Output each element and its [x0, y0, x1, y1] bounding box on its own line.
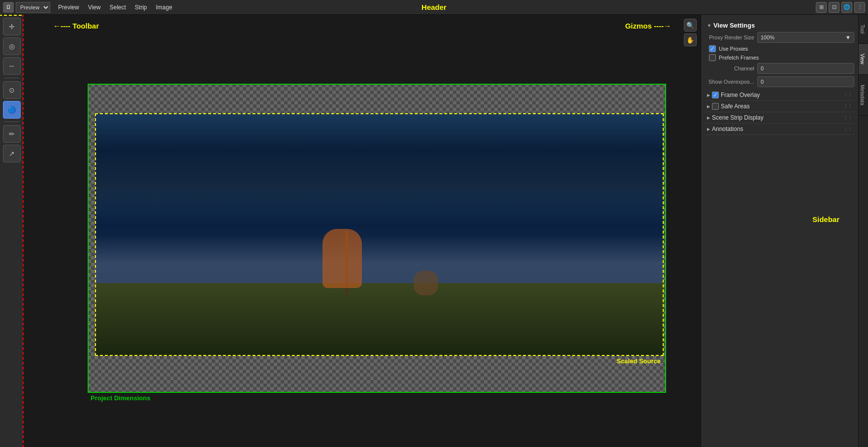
project-dimensions-label: Project Dimensions — [91, 394, 150, 402]
frame-overlay-tri: ▶ — [707, 93, 710, 97]
channel-label: Channel — [705, 65, 754, 71]
menu-view[interactable]: View — [84, 3, 105, 12]
scene-strip-display-tri: ▶ — [707, 116, 710, 120]
annotations-tri: ▶ — [707, 127, 710, 131]
prefetch-frames-checkbox[interactable] — [709, 54, 716, 61]
safe-areas-dots: ⋮⋮ — [843, 104, 852, 109]
header-right-icons: ⊞ ⊡ 🌐 ⋮ — [816, 2, 865, 13]
toolbar-label: ←---- Toolbar — [53, 22, 99, 30]
safe-areas-label: Safe Areas — [721, 103, 750, 110]
prefetch-frames-label: Prefetch Frames — [719, 55, 759, 61]
sidebar-content: View Settings Proxy Render Size 100% ▼ ✓… — [701, 15, 858, 447]
menu-strip[interactable]: Strip — [131, 3, 151, 12]
scene-strip-display-label: Scene Strip Display — [712, 114, 764, 121]
toolbar-sep-2 — [4, 122, 19, 122]
proxy-render-size-label: Proxy Render Size — [705, 34, 754, 40]
gizmo-label: Gizmos ----→ — [625, 22, 671, 30]
scene-strip-display-dots: ⋮⋮ — [843, 115, 852, 120]
channel-value[interactable]: 0 — [757, 63, 854, 74]
sidebar-tabs: Tool View Metadata — [858, 15, 868, 447]
sidebar-tab-view[interactable]: View — [859, 44, 868, 75]
image-area — [88, 84, 666, 393]
header-icon-frame[interactable]: ⊞ — [816, 2, 827, 13]
right-sidebar: View Settings Proxy Render Size 100% ▼ ✓… — [701, 15, 868, 447]
sidebar-tab-metadata[interactable]: Metadata — [859, 75, 868, 116]
scene-strip-display-section[interactable]: ▶ Scene Strip Display ⋮⋮ — [705, 112, 854, 124]
menu-preview[interactable]: Preview — [54, 3, 83, 12]
sidebar-label: Sidebar — [812, 215, 839, 224]
dog — [414, 271, 438, 295]
safe-areas-section[interactable]: ▶ Safe Areas ⋮⋮ — [705, 101, 854, 112]
main-area: ✛ ◎ ↔ ⊙ 🔵 ✏ ↗ ←---- Toolbar Gizmos ----→… — [0, 15, 868, 447]
view-settings-title[interactable]: View Settings — [705, 18, 854, 32]
toolbar-sep-1 — [4, 78, 19, 78]
gizmo-zoom[interactable]: 🔍 — [684, 19, 697, 32]
tool-active[interactable]: 🔵 — [3, 101, 21, 119]
show-overexposure-label: Show Overexpos... — [705, 79, 754, 85]
prefetch-frames-row: Prefetch Frames — [705, 54, 854, 61]
left-toolbar: ✛ ◎ ↔ ⊙ 🔵 ✏ ↗ — [0, 15, 24, 447]
proxy-render-size-row: Proxy Render Size 100% ▼ — [705, 32, 854, 43]
character — [322, 229, 362, 288]
frame-overlay-checkbox[interactable]: ✓ — [712, 92, 719, 98]
viewport[interactable]: ←---- Toolbar Gizmos ----→ 🔍 ✋ Project D… — [24, 15, 701, 447]
tool-rotate[interactable]: ◎ — [3, 37, 21, 55]
show-overexposure-row: Show Overexpos... 0 — [705, 76, 854, 87]
header-icon-display[interactable]: ⊡ — [829, 2, 839, 13]
proxy-render-size-value[interactable]: 100% ▼ — [757, 32, 854, 43]
frame-overlay-label: Frame Overlay — [721, 92, 760, 98]
channel-row: Channel 0 — [705, 63, 854, 74]
gizmo-pan[interactable]: ✋ — [684, 33, 697, 46]
use-proxies-row: ✓ Use Proxies — [705, 45, 854, 52]
use-proxies-label: Use Proxies — [719, 46, 748, 52]
annotations-dots: ⋮⋮ — [843, 127, 852, 131]
safe-areas-tri: ▶ — [707, 104, 710, 109]
tool-annotate[interactable]: ✏ — [3, 125, 21, 143]
menu-image[interactable]: Image — [152, 3, 176, 12]
header: Ω Preview Preview View Select Strip Imag… — [0, 0, 868, 15]
tool-draw[interactable]: ↗ — [3, 145, 21, 162]
header-title: Header — [421, 3, 447, 11]
annotations-label: Annotations — [712, 126, 743, 132]
tool-move[interactable]: ✛ — [3, 18, 21, 35]
header-icon-menu[interactable]: ⋮ — [854, 2, 865, 13]
header-icon-globe[interactable]: 🌐 — [841, 2, 852, 13]
sidebar-tab-tool[interactable]: Tool — [859, 15, 868, 44]
editor-type-select[interactable]: Preview — [16, 2, 50, 13]
header-menus: Preview View Select Strip Image — [54, 3, 176, 12]
tool-transform[interactable]: ⊙ — [3, 81, 21, 99]
scene-image — [95, 113, 664, 356]
frame-overlay-dots: ⋮⋮ — [843, 93, 852, 97]
safe-areas-checkbox[interactable] — [712, 103, 719, 110]
frame-overlay-section[interactable]: ▶ ✓ Frame Overlay ⋮⋮ — [705, 90, 854, 101]
app-logo[interactable]: Ω — [3, 2, 14, 13]
tool-move2[interactable]: ↔ — [3, 57, 21, 75]
use-proxies-checkbox[interactable]: ✓ — [709, 45, 716, 52]
show-overexposure-value[interactable]: 0 — [757, 76, 854, 87]
gizmo-icons: 🔍 ✋ — [684, 19, 697, 46]
ground-layer — [95, 283, 664, 356]
menu-select[interactable]: Select — [105, 3, 129, 12]
annotations-section[interactable]: ▶ Annotations ⋮⋮ — [705, 124, 854, 135]
